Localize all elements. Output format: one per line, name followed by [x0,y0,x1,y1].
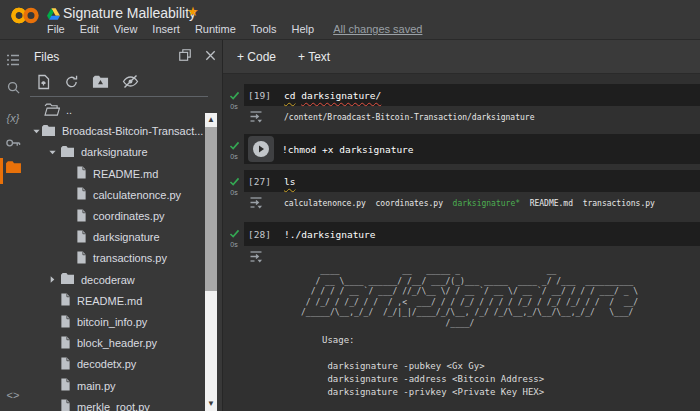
tree-file-calculatenonce-py[interactable]: calculatenonce.py [26,185,198,205]
output-text: /content/Broadcast-Bitcoin-Transaction/d… [284,112,534,124]
menu-bar: FileEditViewInsertRuntimeToolsHelpAll ch… [47,23,422,35]
scrollbar-thumb[interactable] [205,127,217,291]
file-icon [76,187,87,202]
output-actions-icon[interactable] [248,195,264,214]
tree-file-coordinates-py[interactable]: coordinates.py [26,206,198,226]
refresh-icon[interactable] [64,74,79,90]
menu-help[interactable]: Help [292,23,315,35]
code-text[interactable]: cd darksignature/ [284,90,381,101]
open-in-new-pane-icon[interactable] [178,48,194,64]
usage-text: Usage: darksignature -pubkey <Gx Gy> dar… [322,334,544,399]
output-actions-icon[interactable] [248,249,264,268]
notebook-content: + Code + Text 0s[19]cd darksignature//co… [222,40,700,411]
scroll-down-arrow[interactable]: ▼ [205,398,217,410]
caret-down-icon[interactable] [32,127,41,136]
search-icon[interactable] [4,80,22,98]
ascii-banner: ____ __ _____ _ __ / __ \____ ______/ /_… [301,266,638,329]
active-panel-indicator [0,158,3,184]
caret-right-icon[interactable] [48,275,60,284]
file-icon [76,209,87,224]
check-icon [229,224,240,241]
execution-count[interactable]: [19] [248,90,276,101]
file-icon [60,336,71,351]
cell-status-0: 0s [225,86,243,110]
caret-down-icon[interactable] [48,148,60,157]
menu-tools[interactable]: Tools [251,23,277,35]
tree-file-block-header-py[interactable]: block_header.py [26,333,198,353]
exec-time: 0s [225,103,243,110]
code-text[interactable]: !chmod +x darksignature [282,144,414,155]
output-actions-icon[interactable] [248,109,264,128]
file-icon [76,230,87,245]
cell-output-0: /content/Broadcast-Bitcoin-Transaction/d… [244,106,700,134]
tree-folder-darksignature[interactable]: darksignature [26,142,198,162]
tree-file-readme-md[interactable]: README.md [26,291,198,311]
menu-insert[interactable]: Insert [152,23,180,35]
output-text: calculatenonce.py coordinates.py darksig… [284,198,655,210]
add-code-button[interactable]: + Code [237,50,276,64]
tree-file-bitcoin-info-py[interactable]: bitcoin_info.py [26,312,198,332]
cell-toolbar: + Code + Text [223,40,700,74]
tree-folder--[interactable]: .. [26,100,198,120]
file-icon [60,378,71,393]
files-panel-toolbar [36,74,139,90]
file-icon [76,251,87,266]
tree-file-merkle-root-py[interactable]: merkle_root.py [26,397,198,411]
secrets-key-icon[interactable] [4,136,22,154]
execution-count[interactable]: [27] [248,176,276,187]
scroll-up-arrow[interactable]: ▲ [205,114,217,126]
files-icon[interactable] [4,160,22,178]
tree-folder-decoderaw[interactable]: decoderaw [26,270,198,290]
code-cell-2[interactable]: [27]ls [244,170,700,192]
code-cell-0[interactable]: [19]cd darksignature/ [244,84,700,106]
toggle-hidden-files-icon[interactable] [122,74,139,90]
file-icon [60,293,71,308]
code-text[interactable]: ls [284,176,295,187]
exec-time: 0s [225,153,243,160]
colab-logo-icon[interactable] [10,7,40,28]
folder-icon [44,103,60,118]
check-icon [229,172,240,189]
menu-view[interactable]: View [114,23,138,35]
upload-file-icon[interactable] [36,74,51,90]
menu-runtime[interactable]: Runtime [195,23,236,35]
cell-output-2: calculatenonce.py coordinates.py darksig… [244,192,700,222]
check-icon [229,136,240,153]
autosave-status[interactable]: All changes saved [333,23,422,35]
run-cell-button[interactable] [248,136,274,162]
menu-edit[interactable]: Edit [80,23,99,35]
code-text[interactable]: !./darksignature [284,229,376,240]
tree-file-decodetx-py[interactable]: decodetx.py [26,354,198,374]
file-icon [60,399,71,411]
tree-folder-broadcast-bitcoin-transact-[interactable]: Broadcast-Bitcoin-Transact... [26,121,198,141]
tree-file-readme-md[interactable]: README.md [26,164,198,184]
cell-status-2: 0s [225,172,243,196]
tree-file-transactions-py[interactable]: transactions.py [26,248,198,268]
colab-app: Signature Malleability ★ FileEditViewIns… [0,0,700,411]
close-panel-icon[interactable] [204,48,220,64]
table-of-contents-icon[interactable] [4,52,22,70]
check-icon [229,86,240,103]
star-icon[interactable]: ★ [187,4,199,19]
execution-count[interactable]: [28] [248,229,276,240]
cell-output-3: ____ __ _____ _ __ / __ \____ ______/ /_… [244,246,700,411]
cell-status-3: 0s [225,224,243,248]
code-cell-1[interactable]: !chmod +x darksignature [244,134,700,164]
app-header: Signature Malleability ★ FileEditViewIns… [0,0,700,40]
file-tree-scrollbar[interactable]: ▲ ▼ [205,113,217,411]
mount-drive-icon[interactable] [92,74,109,90]
file-icon [60,315,71,330]
folder-icon [60,145,75,160]
add-text-button[interactable]: + Text [298,50,330,64]
notebook-title[interactable]: Signature Malleability [63,5,196,21]
files-panel: Files ..Broadcast-Bitcoin-Transact...dar… [26,40,222,411]
exec-time: 0s [225,189,243,196]
code-snippets-icon[interactable]: <> [4,385,22,403]
tree-file-main-py[interactable]: main.py [26,376,198,396]
folder-icon [41,124,56,139]
code-cell-3[interactable]: [28]!./darksignature [244,222,700,246]
menu-file[interactable]: File [47,23,65,35]
folder-icon [60,272,75,287]
variables-icon[interactable]: {x} [4,108,22,126]
tree-file-darksignature[interactable]: darksignature [26,227,198,247]
